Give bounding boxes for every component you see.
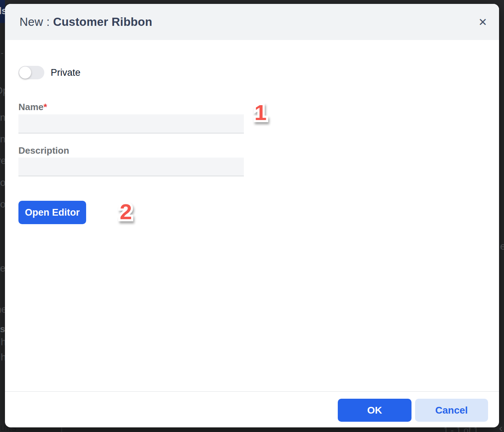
bg-chevron-left-icon: ‹ — [499, 422, 503, 432]
private-toggle-label: Private — [51, 67, 80, 78]
screen: - - Op n n ve Co Co e he s h h ls ults e… — [0, 0, 504, 432]
annotation-badge-2: 2 — [110, 195, 140, 229]
ok-button[interactable]: OK — [338, 399, 411, 422]
private-toggle[interactable] — [18, 66, 44, 79]
bg-text-fragment: s — [0, 324, 5, 335]
name-label-text: Name — [18, 102, 44, 112]
footer-divider — [5, 391, 499, 392]
annotation-badge-2-number: 2 — [120, 199, 132, 224]
cancel-button[interactable]: Cancel — [415, 399, 488, 422]
open-editor-button[interactable]: Open Editor — [18, 201, 86, 224]
bg-text-fragment: e — [500, 241, 504, 252]
name-field-label: Name* — [18, 102, 47, 113]
toggle-knob — [19, 67, 31, 79]
dialog-title: New : Customer Ribbon — [5, 15, 152, 29]
dialog-title-prefix: New : — [19, 15, 53, 28]
annotation-badge-1: 1 — [245, 96, 275, 130]
dialog-header: New : Customer Ribbon ✕ — [5, 4, 499, 40]
required-marker: * — [44, 102, 47, 112]
private-toggle-row: Private — [18, 66, 80, 79]
name-input[interactable] — [18, 114, 244, 133]
description-input[interactable] — [18, 158, 244, 176]
bg-selected-nav-fragment: ls — [0, 0, 5, 23]
new-customer-ribbon-dialog: New : Customer Ribbon ✕ Private Name* De… — [5, 4, 499, 427]
annotation-badge-1-number: 1 — [254, 100, 267, 125]
description-field-label: Description — [18, 145, 69, 156]
bg-text-fragment: - — [1, 48, 4, 58]
close-icon[interactable]: ✕ — [474, 13, 491, 30]
dialog-title-entity: Customer Ribbon — [53, 15, 152, 28]
